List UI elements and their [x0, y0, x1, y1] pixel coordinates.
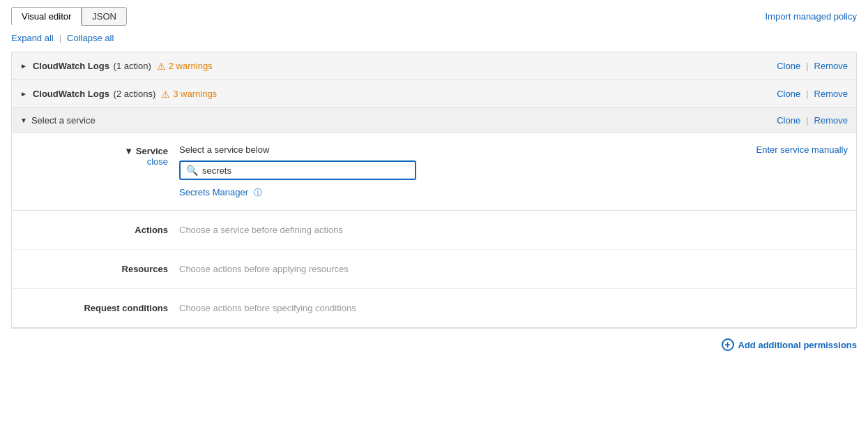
- add-permissions-label: Add additional permissions: [738, 340, 857, 350]
- import-managed-policy-link[interactable]: Import managed policy: [765, 11, 857, 22]
- warning-badge-cw1[interactable]: ⚠ 2 warnings: [157, 61, 213, 72]
- detail-row-conditions: Request conditions Choose actions before…: [12, 289, 856, 327]
- sep: |: [806, 89, 808, 99]
- service-label-main: ▼ Service: [124, 146, 168, 156]
- top-bar: Visual editor JSON Import managed policy: [11, 7, 857, 26]
- detail-value-resources: Choose actions before applying resources: [179, 264, 349, 274]
- plus-circle-icon: +: [722, 338, 734, 351]
- detail-label-conditions: Request conditions: [12, 303, 179, 313]
- clone-cw2[interactable]: Clone: [777, 89, 800, 99]
- service-search-input[interactable]: [202, 165, 409, 176]
- service-name-cw1: CloudWatch Logs: [33, 61, 109, 71]
- help-icon[interactable]: ⓘ: [254, 188, 262, 197]
- collapse-arrow-select[interactable]: ▼: [20, 117, 27, 124]
- detail-row-resources: Resources Choose actions before applying…: [12, 250, 856, 289]
- search-icon: 🔍: [186, 165, 198, 176]
- sep: |: [806, 115, 808, 126]
- select-service-header: ▼ Select a service Clone | Remove: [12, 108, 856, 133]
- detail-value-conditions: Choose actions before specifying conditi…: [179, 303, 356, 313]
- warning-icon-cw2: ⚠: [161, 89, 170, 100]
- collapse-all-link[interactable]: Collapse all: [67, 33, 114, 43]
- add-additional-permissions-button[interactable]: + Add additional permissions: [722, 338, 857, 351]
- policy-row-cw1: ► CloudWatch Logs (1 action) ⚠ 2 warning…: [12, 52, 856, 80]
- service-name-cw2: CloudWatch Logs: [33, 89, 109, 99]
- tab-json[interactable]: JSON: [82, 7, 127, 26]
- detail-value-actions: Choose a service before defining actions: [179, 225, 343, 235]
- service-content-col: Select a service below 🔍 Secrets Manager…: [179, 144, 845, 199]
- row-actions-cw2: Clone | Remove: [777, 89, 848, 99]
- service-label-col: ▼ Service close: [12, 144, 179, 199]
- expand-arrow-cw1[interactable]: ►: [20, 62, 27, 70]
- expand-collapse-bar: Expand all | Collapse all: [11, 33, 857, 43]
- enter-service-manually-link[interactable]: Enter service manually: [756, 144, 848, 155]
- remove-cw1[interactable]: Remove: [814, 61, 848, 71]
- service-search-box[interactable]: 🔍: [179, 160, 416, 180]
- service-close-link[interactable]: close: [12, 156, 168, 167]
- add-permissions-bar: + Add additional permissions: [11, 329, 857, 351]
- separator: |: [59, 33, 61, 43]
- remove-select[interactable]: Remove: [814, 115, 848, 126]
- row-actions-select: Clone | Remove: [777, 115, 848, 126]
- row-actions-cw1: Clone | Remove: [777, 61, 848, 71]
- expand-arrow-cw2[interactable]: ►: [20, 90, 27, 98]
- warning-badge-cw2[interactable]: ⚠ 3 warnings: [161, 89, 217, 100]
- secrets-manager-result[interactable]: Secrets Manager: [179, 187, 248, 197]
- tab-visual-editor[interactable]: Visual editor: [11, 7, 82, 26]
- search-results: Secrets Manager ⓘ: [179, 187, 845, 199]
- editor-tabs: Visual editor JSON: [11, 7, 127, 26]
- select-service-body: ▼ Service close Select a service below 🔍…: [12, 133, 856, 210]
- detail-label-actions: Actions: [12, 225, 179, 235]
- action-count-cw1: (1 action): [111, 61, 151, 71]
- policy-row-cw2: ► CloudWatch Logs (2 actions) ⚠ 3 warnin…: [12, 80, 856, 108]
- select-service-prompt: Select a service below: [179, 144, 845, 155]
- select-service-section: ▼ Select a service Clone | Remove ▼ Serv…: [12, 108, 856, 328]
- policy-container: ► CloudWatch Logs (1 action) ⚠ 2 warning…: [11, 52, 857, 329]
- remove-cw2[interactable]: Remove: [814, 89, 848, 99]
- expand-all-link[interactable]: Expand all: [11, 33, 54, 43]
- detail-row-actions: Actions Choose a service before defining…: [12, 211, 856, 250]
- clone-select[interactable]: Clone: [777, 115, 800, 126]
- warning-text-cw2: 3 warnings: [173, 89, 217, 99]
- action-count-cw2: (2 actions): [111, 89, 155, 99]
- select-service-label: Select a service: [31, 115, 96, 126]
- sep: |: [806, 61, 808, 71]
- warning-text-cw1: 2 warnings: [169, 61, 213, 71]
- detail-label-resources: Resources: [12, 264, 179, 274]
- clone-cw1[interactable]: Clone: [777, 61, 800, 71]
- detail-section: Actions Choose a service before defining…: [12, 210, 856, 327]
- warning-icon-cw1: ⚠: [157, 61, 166, 72]
